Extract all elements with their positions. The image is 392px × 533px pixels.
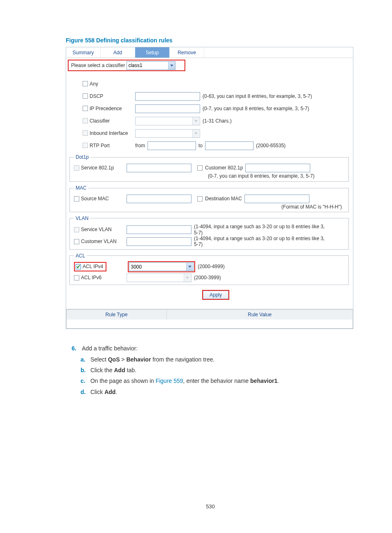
source-mac-checkbox[interactable] <box>74 196 79 202</box>
table-row <box>67 320 353 329</box>
inbound-checkbox[interactable] <box>83 130 88 136</box>
customer-vlan-hint: (1-4094, input a range such as 3-20 or u… <box>194 236 330 248</box>
sub-c-pre: On the page as shown in <box>90 378 156 384</box>
rule-table: Rule Type Rule Value <box>66 309 353 329</box>
dscp-hint: (0-63, you can input 8 entries, for exam… <box>203 93 312 99</box>
classifier-selector-highlight: Please select a classifier <box>68 60 185 71</box>
steps-area: 6. Add a traffic behavior: a. Select QoS… <box>66 344 355 396</box>
apply-button[interactable]: Apply <box>202 290 229 300</box>
acl-ipv4-checkbox[interactable] <box>76 264 81 269</box>
sub-letter-d: d. <box>81 387 89 396</box>
sub-letter-b: b. <box>81 366 89 375</box>
sub-b-pre: Click the <box>90 367 114 373</box>
classifier-field-input[interactable] <box>136 117 192 125</box>
rule-type-header: Rule Type <box>67 310 167 320</box>
service-vlan-label: Service VLAN <box>81 227 112 232</box>
sub-a-post: from the navigation tree. <box>151 356 214 363</box>
classifier-label: Please select a classifier <box>71 63 125 68</box>
figure-link[interactable]: Figure 559 <box>156 378 183 384</box>
chevron-down-icon[interactable] <box>186 263 193 271</box>
rtp-label: RTP Port <box>90 143 110 148</box>
acl-ipv6-hint: (2000-3999) <box>194 275 221 280</box>
dot1p-group: Dot1p Service 802.1p Customer 802.1p (0-… <box>69 154 349 182</box>
vlan-group: VLAN Service VLAN (1-4094, input a range… <box>69 216 349 250</box>
acl-ipv6-checkbox[interactable] <box>74 275 79 280</box>
service-8021p-input[interactable] <box>127 164 191 172</box>
step-number: 6. <box>66 344 76 353</box>
customer-vlan-input[interactable] <box>127 237 191 246</box>
rtp-from-label: from <box>135 143 145 148</box>
any-checkbox[interactable] <box>83 81 88 86</box>
rtp-checkbox[interactable] <box>83 143 88 148</box>
classifier-field-label: Classifier <box>90 118 110 124</box>
tab-remove[interactable]: Remove <box>170 47 204 58</box>
chevron-down-icon[interactable] <box>168 62 175 70</box>
ipprec-input[interactable] <box>135 104 200 113</box>
customer-8021p-label: Customer 802.1p <box>205 165 243 171</box>
ipprec-checkbox[interactable] <box>83 106 88 111</box>
acl-ipv4-combo[interactable] <box>129 262 194 271</box>
dest-mac-checkbox[interactable] <box>197 196 203 202</box>
sub-letter-a: a. <box>81 355 89 364</box>
dest-mac-label: Destination MAC <box>205 196 242 202</box>
inbound-combo[interactable] <box>135 129 200 138</box>
page-number: 530 <box>66 503 355 510</box>
source-mac-input[interactable] <box>127 195 191 203</box>
sub-a-b2: Behavior <box>126 356 151 363</box>
ipprec-hint: (0-7, you can input 8 entries, for examp… <box>203 106 309 111</box>
classifier-checkbox[interactable] <box>83 118 88 123</box>
sub-d-post: . <box>115 389 117 395</box>
customer-vlan-checkbox[interactable] <box>74 239 79 244</box>
classifier-field-hint: (1-31 Chars.) <box>203 118 232 124</box>
figure-caption: Figure 558 Defining classification rules <box>66 37 355 44</box>
sub-b-post: tab. <box>125 367 136 373</box>
acl-group: ACL ACL IPv4 (2000-4999) <box>69 253 349 285</box>
tab-summary[interactable]: Summary <box>66 47 101 58</box>
rtp-hint: (2000-65535) <box>256 143 286 148</box>
sub-a-pre: Select <box>90 356 108 363</box>
source-mac-label: Source MAC <box>81 196 109 202</box>
acl-ipv6-label: ACL IPv6 <box>81 275 101 280</box>
tab-setup[interactable]: Setup <box>135 47 170 58</box>
sub-d-pre: Click <box>90 389 104 395</box>
classifier-field-combo[interactable] <box>135 117 200 125</box>
vlan-legend: VLAN <box>74 216 90 221</box>
chevron-down-icon[interactable] <box>192 117 199 125</box>
service-8021p-checkbox[interactable] <box>74 165 79 171</box>
tab-add[interactable]: Add <box>101 47 135 58</box>
rtp-from-input[interactable] <box>148 141 196 150</box>
sub-a-b1: QoS <box>108 356 120 363</box>
classifier-input[interactable] <box>127 62 168 70</box>
ipprec-label: IP Precedence <box>90 106 122 111</box>
sub-b-b: Add <box>114 367 125 373</box>
acl-ipv6-combo[interactable] <box>127 273 191 282</box>
dscp-input[interactable] <box>135 92 200 101</box>
classifier-combo[interactable] <box>127 61 175 70</box>
dot1p-legend: Dot1p <box>74 154 90 160</box>
inbound-input[interactable] <box>136 130 192 137</box>
mac-group: MAC Source MAC Destination MAC (Format o… <box>69 185 349 212</box>
sub-letter-c: c. <box>81 376 89 385</box>
customer-8021p-checkbox[interactable] <box>197 165 203 171</box>
acl-legend: ACL <box>74 253 87 259</box>
service-vlan-checkbox[interactable] <box>74 227 79 232</box>
acl-ipv4-input[interactable] <box>129 263 186 271</box>
any-label: Any <box>90 81 98 87</box>
sub-c-mid: , enter the behavior name <box>183 378 250 384</box>
dest-mac-input[interactable] <box>244 195 309 203</box>
rtp-to-input[interactable] <box>205 141 254 150</box>
acl-ipv6-input[interactable] <box>127 274 184 282</box>
sub-d-b: Add <box>104 389 115 395</box>
tab-bar: Summary Add Setup Remove <box>66 47 353 58</box>
chevron-down-icon[interactable] <box>184 274 191 282</box>
service-vlan-input[interactable] <box>127 225 191 234</box>
mac-legend: MAC <box>74 185 88 191</box>
screenshot-panel: Summary Add Setup Remove Please select a… <box>66 47 353 329</box>
chevron-down-icon[interactable] <box>192 130 199 137</box>
rtp-to-label: to <box>198 143 203 148</box>
dscp-checkbox[interactable] <box>83 93 88 99</box>
rule-value-header: Rule Value <box>166 310 353 320</box>
acl-ipv4-label: ACL IPv4 <box>83 264 103 269</box>
sub-c-b: behavior1 <box>250 378 277 384</box>
customer-8021p-input[interactable] <box>245 164 310 172</box>
